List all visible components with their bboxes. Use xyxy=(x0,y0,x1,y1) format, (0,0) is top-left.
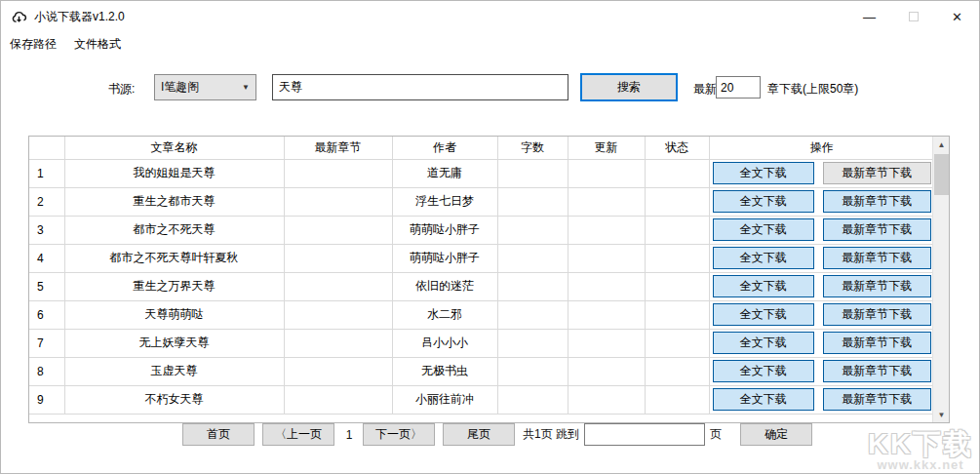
cell-title: 天尊萌萌哒 xyxy=(64,300,284,329)
table-header-row: 文章名称 最新章节 作者 字数 更新 状态 操作 xyxy=(29,137,934,159)
cell-title: 我的姐姐是天尊 xyxy=(64,159,284,187)
cell-status xyxy=(645,244,709,272)
window-controls: — ✕ xyxy=(847,1,979,32)
app-window: 小说下载器v1.2.0 — ✕ 保存路径 文件格式 书源: I笔趣阁 ▼ 搜索 … xyxy=(0,0,980,474)
chapter-count-input[interactable] xyxy=(716,76,761,99)
source-label: 书源: xyxy=(108,81,135,98)
current-page: 1 xyxy=(343,428,355,442)
cell-author: 小丽往前冲 xyxy=(392,385,497,414)
maximize-icon xyxy=(909,12,919,21)
book-source-value: I笔趣阁 xyxy=(161,79,199,96)
last-page-button[interactable]: 尾页 xyxy=(443,423,515,446)
jump-page-input[interactable] xyxy=(584,423,705,446)
row-index: 6 xyxy=(29,300,64,329)
row-index: 2 xyxy=(29,187,64,216)
full-download-button[interactable]: 全文下载 xyxy=(713,190,814,213)
cell-word-count xyxy=(497,159,568,187)
cell-actions: 全文下载 最新章节下载 xyxy=(709,300,934,329)
header-updated: 更新 xyxy=(568,137,645,159)
cell-status xyxy=(645,329,709,357)
cell-word-count xyxy=(497,329,568,357)
scroll-up-icon[interactable]: ▲ xyxy=(933,137,950,152)
menu-save-path[interactable]: 保存路径 xyxy=(1,33,65,56)
cell-updated xyxy=(568,216,645,244)
latest-chapter-download-button[interactable]: 最新章节下载 xyxy=(823,275,931,297)
table-row: 6 天尊萌萌哒 水二邪 全文下载 最新章节下载 xyxy=(29,300,934,329)
cell-title: 重生之都市天尊 xyxy=(64,187,284,216)
first-page-button[interactable]: 首页 xyxy=(182,423,255,446)
watermark: KK下载 www.kkx.net xyxy=(868,429,973,472)
latest-chapter-download-button[interactable]: 最新章节下载 xyxy=(823,303,931,326)
menu-file-format[interactable]: 文件格式 xyxy=(65,33,130,56)
latest-chapter-download-button[interactable]: 最新章节下载 xyxy=(823,162,931,184)
chapter-limit-label: 章下载(上限50章) xyxy=(767,81,858,98)
full-download-button[interactable]: 全文下载 xyxy=(713,360,814,382)
full-download-button[interactable]: 全文下载 xyxy=(713,218,814,241)
cell-latest-chapter xyxy=(284,272,392,300)
cell-actions: 全文下载 最新章节下载 xyxy=(709,216,934,244)
scrollbar-thumb[interactable] xyxy=(934,154,949,195)
scroll-down-icon[interactable]: ▼ xyxy=(933,407,950,422)
close-button[interactable]: ✕ xyxy=(935,1,979,32)
cell-word-count xyxy=(497,385,568,414)
cell-title: 无上妖孽天尊 xyxy=(64,329,284,357)
header-latest-chapter: 最新章节 xyxy=(284,137,392,159)
latest-chapter-download-button[interactable]: 最新章节下载 xyxy=(823,388,931,411)
latest-chapter-download-button[interactable]: 最新章节下载 xyxy=(823,332,931,354)
vertical-scrollbar[interactable]: ▲ ▼ xyxy=(932,137,949,422)
cell-author: 浮生七日梦 xyxy=(392,187,497,216)
full-download-button[interactable]: 全文下载 xyxy=(713,247,814,269)
search-keyword-input[interactable] xyxy=(272,74,568,100)
cell-status xyxy=(645,216,709,244)
latest-chapter-download-button[interactable]: 最新章节下载 xyxy=(823,247,931,269)
cell-latest-chapter xyxy=(284,300,392,329)
table-row: 7 无上妖孽天尊 吕小小小 全文下载 最新章节下载 xyxy=(29,329,934,357)
minimize-button[interactable]: — xyxy=(847,1,891,32)
maximize-button[interactable] xyxy=(891,1,935,32)
cell-status xyxy=(645,300,709,329)
search-button[interactable]: 搜索 xyxy=(580,73,678,101)
full-download-button[interactable]: 全文下载 xyxy=(713,303,814,326)
cell-title: 都市之不死天尊 xyxy=(64,216,284,244)
row-index: 8 xyxy=(29,357,64,385)
table-row: 9 不朽女天尊 小丽往前冲 全文下载 最新章节下载 xyxy=(29,385,934,414)
full-download-button[interactable]: 全文下载 xyxy=(713,332,814,354)
latest-chapter-download-button[interactable]: 最新章节下载 xyxy=(823,218,931,241)
table-row: 8 玉虚天尊 无极书虫 全文下载 最新章节下载 xyxy=(29,357,934,385)
book-source-dropdown[interactable]: I笔趣阁 ▼ xyxy=(154,74,256,100)
cell-word-count xyxy=(497,357,568,385)
cell-updated xyxy=(568,244,645,272)
cell-latest-chapter xyxy=(284,385,392,414)
confirm-button[interactable]: 确定 xyxy=(740,423,812,446)
cell-latest-chapter xyxy=(284,216,392,244)
cell-title: 都市之不死天尊叶轩夏秋 xyxy=(64,244,284,272)
results-table-container: 文章名称 最新章节 作者 字数 更新 状态 操作 1 我的姐姐是天尊 道无庸 全 xyxy=(28,136,950,423)
cloud-download-icon xyxy=(11,9,27,25)
row-index: 5 xyxy=(29,272,64,300)
cell-word-count xyxy=(497,216,568,244)
menu-bar: 保存路径 文件格式 xyxy=(1,32,979,56)
full-download-button[interactable]: 全文下载 xyxy=(713,275,814,297)
cell-actions: 全文下载 最新章节下载 xyxy=(709,244,934,272)
next-page-button[interactable]: 下一页〉 xyxy=(363,423,435,446)
cell-title: 玉虚天尊 xyxy=(64,357,284,385)
table-row: 4 都市之不死天尊叶轩夏秋 萌萌哒小胖子 全文下载 最新章节下载 xyxy=(29,244,934,272)
row-index: 4 xyxy=(29,244,64,272)
prev-page-button[interactable]: 〈上一页 xyxy=(262,423,334,446)
latest-chapter-download-button[interactable]: 最新章节下载 xyxy=(823,360,931,382)
cell-updated xyxy=(568,385,645,414)
latest-chapter-download-button[interactable]: 最新章节下载 xyxy=(823,190,931,213)
cell-actions: 全文下载 最新章节下载 xyxy=(709,159,934,187)
cell-latest-chapter xyxy=(284,357,392,385)
cell-actions: 全文下载 最新章节下载 xyxy=(709,385,934,414)
cell-actions: 全文下载 最新章节下载 xyxy=(709,357,934,385)
cell-status xyxy=(645,159,709,187)
cell-word-count xyxy=(497,187,568,216)
cell-title: 重生之万界天尊 xyxy=(64,272,284,300)
total-pages-label: 共1页 跳到 xyxy=(523,426,579,443)
cell-word-count xyxy=(497,244,568,272)
cell-actions: 全文下载 最新章节下载 xyxy=(709,272,934,300)
full-download-button[interactable]: 全文下载 xyxy=(713,388,814,411)
full-download-button[interactable]: 全文下载 xyxy=(713,162,814,184)
cell-status xyxy=(645,385,709,414)
